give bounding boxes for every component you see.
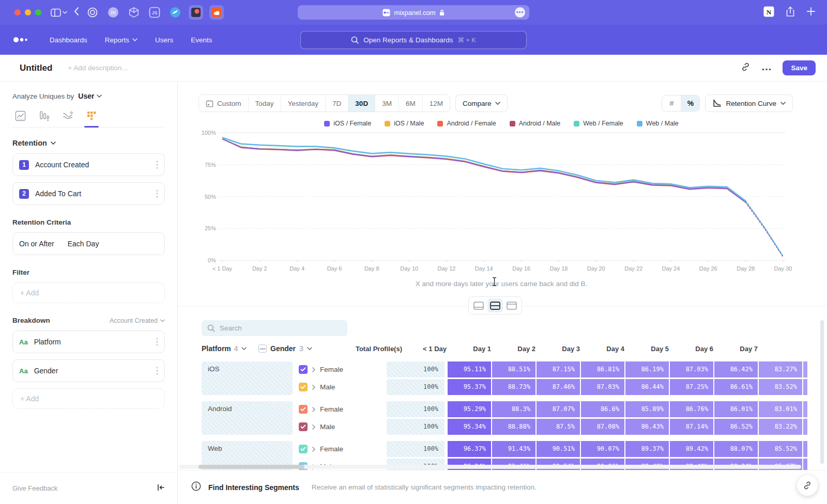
- legend-item-0[interactable]: iOS / Female: [324, 120, 371, 127]
- retention-cell[interactable]: 86.81%: [581, 361, 624, 377]
- tab-cube-icon[interactable]: [127, 5, 141, 20]
- add-breakdown-button[interactable]: + Add: [12, 388, 165, 409]
- layout-table-only-button[interactable]: [504, 298, 519, 312]
- platform-cell[interactable]: Android: [202, 401, 293, 435]
- report-title[interactable]: Untitled: [20, 63, 52, 73]
- retention-cell[interactable]: 86.61%: [714, 379, 758, 395]
- layout-split-button[interactable]: [487, 298, 503, 312]
- retention-section-header[interactable]: Retention: [12, 139, 165, 147]
- series-line-2[interactable]: [222, 139, 746, 202]
- legend-item-5[interactable]: Web / Male: [637, 120, 679, 127]
- minimize-window-button[interactable]: [25, 9, 31, 15]
- give-feedback-link[interactable]: Give Feedback: [12, 484, 157, 492]
- zoom-window-button[interactable]: [35, 9, 41, 15]
- nav-item-dashboards[interactable]: Dashboards: [50, 36, 87, 44]
- gender-cell[interactable]: Male: [298, 379, 386, 395]
- column-header[interactable]: Day 7: [719, 345, 763, 353]
- nav-item-events[interactable]: Events: [191, 36, 212, 44]
- url-bar[interactable]: mixpanel.com •••: [298, 5, 529, 20]
- analyze-entity-select[interactable]: User: [78, 92, 102, 100]
- legend-item-4[interactable]: Web / Female: [574, 120, 623, 127]
- series-checkbox[interactable]: [299, 405, 308, 414]
- retention-cell[interactable]: 86.44%: [625, 379, 669, 395]
- retention-cell[interactable]: 87.03%: [670, 361, 713, 377]
- add-description[interactable]: + Add description...: [68, 64, 127, 72]
- retention-cell[interactable]: 87.25%: [670, 379, 713, 395]
- layout-chart-only-button[interactable]: [471, 298, 486, 312]
- nav-item-reports[interactable]: Reports: [105, 36, 137, 44]
- gender-cell[interactable]: Female: [298, 441, 386, 457]
- retention-cell[interactable]: 91.43%: [492, 441, 535, 457]
- gender-cell[interactable]: Female: [298, 361, 386, 377]
- column-header[interactable]: Day 5: [631, 345, 674, 353]
- breakdown-card-gender[interactable]: Aa Gender: [12, 359, 165, 382]
- tab-insights[interactable]: [13, 109, 27, 122]
- retention-cell[interactable]: 90.07%: [581, 441, 624, 457]
- retention-criteria-card[interactable]: On or After Each Day: [12, 232, 165, 255]
- retention-cell[interactable]: 86.43%: [625, 419, 669, 435]
- retention-cell[interactable]: 89.42%: [670, 441, 713, 457]
- retention-cell[interactable]: 96.37%: [448, 441, 491, 457]
- tab-funnels[interactable]: [37, 109, 51, 122]
- retention-cell[interactable]: 95.34%: [448, 419, 491, 435]
- retention-cell[interactable]: 88.88%: [492, 419, 535, 435]
- legend-item-3[interactable]: Android / Male: [510, 120, 561, 127]
- retention-cell[interactable]: 87.5%: [537, 419, 580, 435]
- tab-target-icon[interactable]: [85, 5, 100, 20]
- global-search[interactable]: Open Reports & Dashboards ⌘ + K: [300, 31, 527, 49]
- retention-cell[interactable]: 90.51%: [537, 441, 580, 457]
- retention-cell[interactable]: 89.37%: [625, 441, 669, 457]
- tab-blue-bird-icon[interactable]: [168, 5, 182, 20]
- share-link-fab[interactable]: [797, 475, 818, 496]
- column-header[interactable]: Total Profile(s): [347, 345, 407, 353]
- chart-type-select[interactable]: Retention Curve: [705, 94, 793, 112]
- retention-cell[interactable]: 83.27%: [759, 361, 802, 377]
- retention-cell[interactable]: 83.22%: [759, 419, 802, 435]
- total-profiles-cell[interactable]: 100%: [387, 441, 445, 457]
- retention-cell[interactable]: 87.14%: [670, 419, 713, 435]
- back-icon[interactable]: [73, 7, 79, 18]
- nav-item-users[interactable]: Users: [155, 36, 173, 44]
- expand-row-icon[interactable]: [312, 447, 315, 452]
- expand-row-icon[interactable]: [312, 367, 315, 372]
- total-profiles-cell[interactable]: 100%: [387, 419, 445, 435]
- retention-cell[interactable]: 95.29%: [448, 401, 491, 417]
- breakdown-scope-select[interactable]: Account Created: [110, 317, 165, 324]
- new-tab-icon[interactable]: [806, 7, 816, 18]
- copy-link-icon[interactable]: [741, 62, 751, 74]
- retention-cell[interactable]: 87.07%: [537, 401, 580, 417]
- retention-cell[interactable]: 87.08%: [581, 419, 624, 435]
- gender-cell[interactable]: Female: [298, 401, 386, 417]
- column-header[interactable]: < 1 Day: [408, 345, 452, 353]
- column-header[interactable]: Day 3: [542, 345, 585, 353]
- retention-cell[interactable]: 81.12%: [803, 401, 807, 417]
- notion-extension-icon[interactable]: N: [763, 6, 774, 19]
- platform-cell[interactable]: iOS: [202, 361, 293, 395]
- mixpanel-logo[interactable]: [12, 36, 30, 43]
- range-30d[interactable]: 30D: [348, 95, 375, 112]
- column-header[interactable]: Day 6: [675, 345, 718, 353]
- kebab-menu-icon[interactable]: [156, 190, 158, 198]
- criteria-interval[interactable]: Each Day: [68, 240, 99, 248]
- unit-percent-button[interactable]: %: [681, 96, 699, 111]
- retention-cell[interactable]: 86.52%: [714, 419, 758, 435]
- tab-js-icon[interactable]: JS: [147, 5, 162, 20]
- retention-cell[interactable]: 88.3%: [492, 401, 535, 417]
- retention-cell[interactable]: 81.43%: [803, 361, 807, 377]
- gender-column-header[interactable]: —Gender3: [258, 344, 346, 353]
- platform-column-header[interactable]: Platform4: [202, 344, 253, 353]
- retention-cell[interactable]: 88.51%: [492, 361, 535, 377]
- series-line-3[interactable]: [222, 139, 746, 202]
- series-line-4[interactable]: [222, 138, 746, 201]
- url-more-icon[interactable]: •••: [515, 7, 525, 18]
- unit-count-button[interactable]: #: [662, 96, 681, 111]
- step-card-added-to-cart[interactable]: 2 Added To Cart: [12, 182, 165, 205]
- total-profiles-cell[interactable]: 100%: [387, 401, 445, 417]
- share-icon[interactable]: [786, 6, 795, 19]
- retention-cell[interactable]: 83.52%: [759, 379, 802, 395]
- retention-cell[interactable]: 88.07%: [714, 441, 758, 457]
- indeterminate-checkbox[interactable]: —: [258, 344, 267, 353]
- series-checkbox[interactable]: [299, 383, 308, 391]
- retention-cell[interactable]: 95.37%: [448, 379, 491, 395]
- range-6m[interactable]: 6M: [399, 95, 423, 112]
